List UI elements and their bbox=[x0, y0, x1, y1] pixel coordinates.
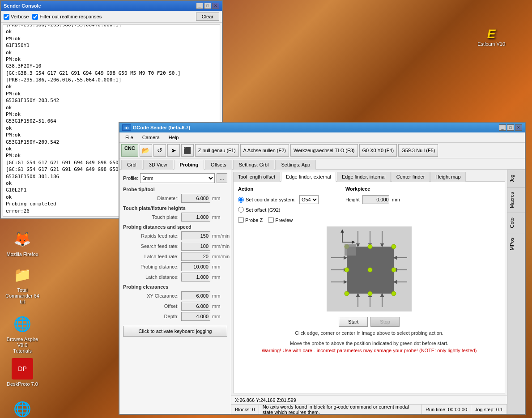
svg-point-21 bbox=[392, 268, 396, 272]
gcode-maximize-button[interactable]: □ bbox=[507, 124, 514, 131]
touch-plate-input[interactable] bbox=[181, 213, 210, 222]
stop-button[interactable]: Stop bbox=[370, 317, 400, 327]
probe-z-label[interactable]: Probe Z bbox=[238, 217, 263, 223]
gcode-close-button[interactable]: ✕ bbox=[515, 124, 522, 131]
desktop-icon-deskproto[interactable]: DP DeskProto 7.0 bbox=[4, 358, 40, 387]
werkzeug-button[interactable]: Werkzeugwechsel TLO (F3) bbox=[290, 144, 358, 157]
verbose-checkbox-label[interactable]: Verbose bbox=[4, 14, 29, 20]
latch-dist-row: Latch distance: mm bbox=[123, 273, 227, 282]
gcode-window-controls: _ □ ✕ bbox=[499, 124, 522, 131]
depth-input[interactable] bbox=[181, 312, 210, 321]
probe-z-checkbox[interactable] bbox=[238, 217, 244, 223]
offset-input[interactable] bbox=[181, 302, 210, 311]
xy-clearance-unit: mm bbox=[212, 293, 220, 299]
latch-dist-input[interactable] bbox=[181, 273, 210, 282]
close-button[interactable]: ✕ bbox=[212, 3, 219, 9]
diagram-container[interactable] bbox=[327, 226, 412, 311]
deskproto-label: DeskProto 7.0 bbox=[4, 381, 40, 387]
menu-file[interactable]: File bbox=[121, 133, 137, 141]
clear-button[interactable]: Clear bbox=[196, 13, 219, 21]
svg-point-20 bbox=[345, 268, 349, 272]
menu-bar: File Camera Help bbox=[119, 132, 525, 143]
keyboard-jogging-button[interactable]: Click to activate keyboard jogging bbox=[123, 326, 227, 337]
send-icon[interactable]: ➤ bbox=[167, 144, 180, 157]
touch-plate-unit: mm bbox=[212, 214, 220, 220]
open-icon[interactable]: 📂 bbox=[140, 144, 152, 157]
sub-tab-height-map[interactable]: Height map bbox=[430, 172, 465, 182]
sub-tab-center-finder[interactable]: Center finder bbox=[392, 172, 430, 182]
a-achse-button[interactable]: A Achse nullen (F2) bbox=[240, 144, 289, 157]
preview-label[interactable]: Preview bbox=[268, 217, 293, 223]
xy-clearance-label: XY Clearance: bbox=[123, 293, 181, 299]
minimize-button[interactable]: _ bbox=[196, 3, 203, 9]
profile-row: Profile: 6mm ... bbox=[123, 173, 227, 183]
filter-checkbox[interactable] bbox=[32, 14, 38, 20]
maximize-button[interactable]: □ bbox=[204, 3, 211, 9]
probing-diagram: Start Stop Click edge, corner or center … bbox=[238, 226, 500, 388]
menu-camera[interactable]: Camera bbox=[138, 133, 164, 141]
workpiece-group: Workpiece Height mm bbox=[345, 186, 400, 213]
touch-plate-label: Touch plate: bbox=[123, 214, 181, 220]
search-feed-input[interactable] bbox=[181, 242, 210, 251]
depth-unit: mm bbox=[212, 314, 220, 319]
sender-console-title: Sender Console bbox=[4, 3, 41, 9]
refresh-icon[interactable]: ↺ bbox=[153, 144, 166, 157]
info-line1: Click edge, corner or center in image ab… bbox=[295, 329, 443, 337]
goto-button[interactable]: Goto bbox=[507, 213, 525, 233]
tab-3dview[interactable]: 3D View bbox=[143, 160, 173, 170]
profile-select[interactable]: 6mm bbox=[140, 173, 215, 183]
z-null-button[interactable]: Z null genau (F1) bbox=[195, 144, 239, 157]
filter-checkbox-label[interactable]: Filter out realtime responses bbox=[32, 14, 102, 20]
tab-settings-app[interactable]: Settings: App bbox=[275, 160, 316, 170]
stop-icon[interactable]: ⬛ bbox=[181, 144, 194, 157]
estlcam-icon[interactable]: E Estlcam V10 bbox=[477, 27, 505, 47]
jog-button[interactable]: Jog bbox=[507, 170, 525, 187]
tab-grbl[interactable]: Grbl bbox=[121, 160, 142, 170]
svg-point-19 bbox=[368, 291, 372, 296]
latch-feed-row: Latch feed rate: mm/min bbox=[123, 252, 227, 261]
blocks-status: Blocks: 0 bbox=[231, 405, 259, 414]
desktop-icon-firefox[interactable]: 🦊 Mozilla Firefox bbox=[4, 228, 40, 257]
sub-tab-tool-length[interactable]: Tool length offset bbox=[233, 172, 280, 182]
coordinate-select[interactable]: G54 G55 G56 bbox=[299, 195, 319, 204]
start-button[interactable]: Start bbox=[339, 317, 368, 327]
total-commander-label: Total Commander 64 bit bbox=[4, 287, 40, 305]
sub-tab-edge-external[interactable]: Edge finder, external bbox=[281, 172, 336, 182]
height-input[interactable] bbox=[362, 195, 389, 204]
desktop-icon-total-commander[interactable]: 📁 Total Commander 64 bit bbox=[4, 264, 40, 305]
total-commander-icon: 📁 bbox=[12, 264, 33, 286]
tab-offsets[interactable]: Offsets bbox=[205, 160, 232, 170]
tab-probing[interactable]: Probing bbox=[174, 160, 204, 170]
mpos-button[interactable]: MPos bbox=[507, 233, 525, 255]
g0-button[interactable]: G0 X0 Y0 (F4) bbox=[359, 144, 397, 157]
set-coordinate-row: Set coordinate system: G54 G55 G56 bbox=[238, 195, 319, 204]
probing-dist-unit: mm bbox=[212, 264, 220, 269]
xy-clearance-row: XY Clearance: mm bbox=[123, 291, 227, 300]
svg-point-22 bbox=[368, 268, 372, 272]
tab-settings-grbl[interactable]: Settings: Grbl bbox=[233, 160, 275, 170]
gcode-minimize-button[interactable]: _ bbox=[499, 124, 506, 131]
latch-feed-label: Latch feed rate: bbox=[123, 254, 181, 259]
xy-clearance-input[interactable] bbox=[181, 291, 210, 300]
verbose-checkbox[interactable] bbox=[4, 14, 9, 20]
diameter-input[interactable] bbox=[181, 194, 210, 203]
desktop-icon-ie-bottom[interactable]: 🌐 bbox=[4, 398, 40, 418]
menu-help[interactable]: Help bbox=[165, 133, 183, 141]
svg-rect-23 bbox=[345, 244, 356, 256]
sender-console-titlebar: Sender Console _ □ ✕ bbox=[1, 1, 222, 11]
profile-btn[interactable]: ... bbox=[217, 173, 227, 183]
set-offset-radio[interactable] bbox=[238, 207, 244, 213]
diameter-unit: mm bbox=[212, 196, 220, 201]
desktop-icon-browse-aspire[interactable]: 🌐 Browse Aspire V9.0 Tutorials bbox=[4, 313, 40, 354]
rapids-feed-input[interactable] bbox=[181, 231, 210, 240]
preview-checkbox[interactable] bbox=[268, 217, 274, 223]
latch-feed-input[interactable] bbox=[181, 252, 210, 261]
probing-dist-input[interactable] bbox=[181, 262, 210, 271]
svg-point-15 bbox=[392, 244, 396, 249]
cnc-button[interactable]: CNC bbox=[121, 144, 138, 157]
set-coordinate-radio[interactable] bbox=[238, 197, 244, 203]
g59-button[interactable]: G59.3 Null (F5) bbox=[398, 144, 438, 157]
macros-button[interactable]: Macros bbox=[507, 187, 525, 213]
search-feed-label: Search feed rate: bbox=[123, 243, 181, 249]
sub-tab-edge-internal[interactable]: Edge finder, internal bbox=[337, 172, 391, 182]
